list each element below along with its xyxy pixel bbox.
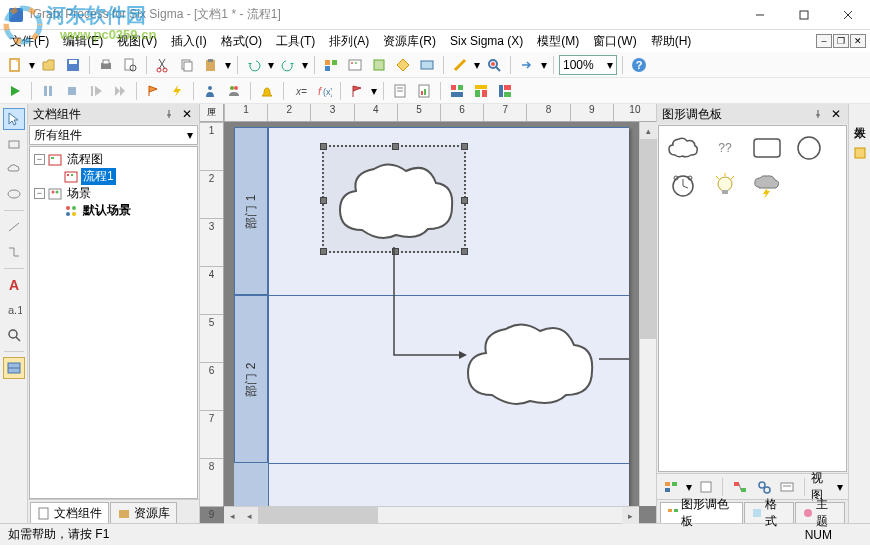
paste-button[interactable] [200, 54, 222, 76]
vtab-effects[interactable]: 效果 [849, 114, 870, 122]
palette-storm[interactable] [751, 172, 783, 200]
component-tree[interactable]: − 流程图 流程1 − 场景 默认场景 [29, 146, 198, 499]
menu-sixsigma[interactable]: Six Sigma (X) [444, 32, 529, 50]
tree-node-process1[interactable]: 流程1 [32, 168, 195, 185]
help-button[interactable]: ? [628, 54, 650, 76]
layout3-button[interactable] [494, 80, 516, 102]
horizontal-scrollbar[interactable]: ◂ ◂ ▸ [224, 506, 639, 523]
mdi-minimize[interactable]: – [816, 34, 832, 48]
swimlane-tool[interactable] [3, 357, 25, 379]
vtab-button[interactable] [849, 142, 871, 164]
maximize-button[interactable] [782, 0, 826, 29]
tree-node-flowcharts[interactable]: − 流程图 [32, 151, 195, 168]
collapse-icon[interactable]: − [34, 188, 45, 199]
trace-button[interactable] [142, 80, 164, 102]
redo-button[interactable] [277, 54, 299, 76]
alarm-button[interactable] [256, 80, 278, 102]
print-preview-button[interactable] [119, 54, 141, 76]
goto-dropdown[interactable]: ▾ [540, 58, 548, 72]
menu-insert[interactable]: 插入(I) [165, 31, 212, 52]
lane-header-1[interactable]: 部门 1 [234, 127, 268, 295]
cloud-shape-2[interactable] [460, 315, 600, 411]
close-button[interactable] [826, 0, 870, 29]
step-button[interactable] [85, 80, 107, 102]
new-dropdown[interactable]: ▾ [28, 58, 36, 72]
ruler-unit[interactable]: 厘 [200, 104, 224, 122]
cloud-shape-1[interactable] [332, 155, 458, 245]
tree-node-scenarios[interactable]: − 场景 [32, 185, 195, 202]
menu-tools[interactable]: 工具(T) [270, 31, 321, 52]
open-button[interactable] [38, 54, 60, 76]
menu-view[interactable]: 视图(V) [111, 31, 163, 52]
flag-button[interactable] [346, 80, 368, 102]
component5-button[interactable] [416, 54, 438, 76]
menu-format[interactable]: 格式(O) [215, 31, 268, 52]
menu-arrange[interactable]: 排列(A) [323, 31, 375, 52]
rt-btn1[interactable] [661, 476, 682, 498]
zoom-combo[interactable]: 100%▾ [559, 55, 617, 75]
layout1-button[interactable] [446, 80, 468, 102]
tab-resource-library[interactable]: 资源库 [110, 502, 177, 523]
tab-document-components[interactable]: 文档组件 [30, 502, 109, 523]
highlighter-button[interactable] [449, 54, 471, 76]
connector-tool[interactable] [3, 241, 25, 263]
pin-icon[interactable] [162, 107, 176, 121]
save-button[interactable] [62, 54, 84, 76]
text-tool[interactable]: A [3, 274, 25, 296]
new-button[interactable] [4, 54, 26, 76]
tab-format[interactable]: 格式 [744, 502, 794, 523]
vertical-scrollbar[interactable]: ▴ [639, 122, 656, 506]
resources-button[interactable] [199, 80, 221, 102]
run-button[interactable] [4, 80, 26, 102]
palette-bulb[interactable] [709, 172, 741, 200]
pause-button[interactable] [37, 80, 59, 102]
component-filter-combo[interactable]: 所有组件▾ [29, 125, 198, 145]
event-button[interactable] [166, 80, 188, 102]
label-tool[interactable]: a.1 [3, 299, 25, 321]
goto-button[interactable] [516, 54, 538, 76]
panel-close-icon[interactable]: ✕ [180, 107, 194, 121]
component3-button[interactable] [368, 54, 390, 76]
panel-close-icon[interactable]: ✕ [829, 107, 843, 121]
component1-button[interactable] [320, 54, 342, 76]
mdi-restore[interactable]: ❐ [833, 34, 849, 48]
rt-btn5[interactable] [777, 476, 798, 498]
rect-tool[interactable] [3, 133, 25, 155]
menu-resource[interactable]: 资源库(R) [377, 31, 442, 52]
redo-dropdown[interactable]: ▾ [301, 58, 309, 72]
cloud-tool[interactable] [3, 158, 25, 180]
ruler-vertical[interactable]: 12 34 56 78 9 [200, 122, 224, 506]
canvas-viewport[interactable]: 部门 1 部门 2 [224, 122, 639, 506]
copy-button[interactable] [176, 54, 198, 76]
palette-clock[interactable] [667, 172, 699, 200]
component4-button[interactable] [392, 54, 414, 76]
resources2-button[interactable] [223, 80, 245, 102]
find-button[interactable] [483, 54, 505, 76]
ellipse-tool[interactable] [3, 183, 25, 205]
palette-question[interactable]: ?? [709, 134, 741, 162]
skip-button[interactable] [109, 80, 131, 102]
cut-button[interactable] [152, 54, 174, 76]
flag-dropdown[interactable]: ▾ [370, 84, 378, 98]
component2-button[interactable] [344, 54, 366, 76]
print-button[interactable] [95, 54, 117, 76]
report1-button[interactable] [389, 80, 411, 102]
layout2-button[interactable] [470, 80, 492, 102]
rt-find-button[interactable] [753, 476, 774, 498]
palette-cloud[interactable] [667, 134, 699, 162]
zoom-tool[interactable] [3, 324, 25, 346]
paste-dropdown[interactable]: ▾ [224, 58, 232, 72]
lane-header-2[interactable]: 部门 2 [234, 295, 268, 463]
formula-button[interactable]: x= [289, 80, 311, 102]
line-tool[interactable] [3, 216, 25, 238]
menu-window[interactable]: 窗口(W) [587, 31, 642, 52]
rt-btn3[interactable] [729, 476, 750, 498]
menu-file[interactable]: 文件(F) [4, 31, 55, 52]
pointer-tool[interactable] [3, 108, 25, 130]
menu-edit[interactable]: 编辑(E) [57, 31, 109, 52]
minimize-button[interactable] [738, 0, 782, 29]
menu-model[interactable]: 模型(M) [531, 31, 585, 52]
menu-help[interactable]: 帮助(H) [645, 31, 698, 52]
fx-button[interactable]: f(x) [313, 80, 335, 102]
view-dropdown[interactable]: ▾ [836, 480, 844, 494]
